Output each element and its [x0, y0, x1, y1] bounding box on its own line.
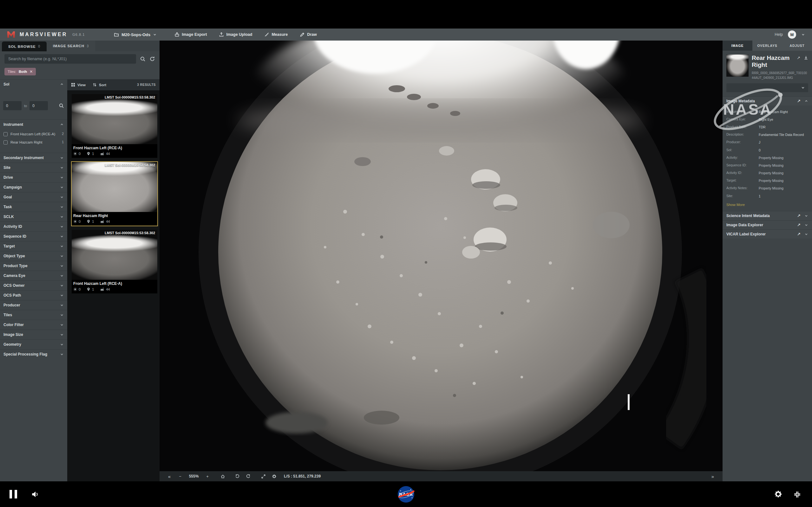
cursor-coordinates: L/S : 51.851, 279.239 — [284, 474, 321, 478]
chevron-down-icon — [804, 232, 808, 236]
open-external-icon[interactable]: ↗ — [797, 213, 801, 218]
detail-tab[interactable]: OVERLAYS — [752, 41, 782, 51]
chevron-down-icon — [60, 205, 64, 209]
sol-from-input[interactable] — [3, 101, 21, 110]
filename-search-input[interactable] — [4, 54, 136, 64]
image-metadata-section-header[interactable]: Image Metadata ↗ — [722, 96, 812, 106]
filter-chip-tiles[interactable]: Tiles: Both ✕ — [4, 68, 36, 75]
filter-section-row[interactable]: Campaign — [0, 182, 67, 192]
player-settings-gear-icon[interactable] — [774, 490, 782, 500]
zoom-in-button[interactable]: + — [202, 471, 213, 481]
search-tab[interactable]: SOL BROWSE 0 — [2, 42, 47, 51]
instrument-checkbox-option[interactable]: Front Hazcam Left (RCE-A) 2 — [3, 132, 64, 136]
rotate-cw-button[interactable] — [243, 471, 253, 481]
filter-section-row[interactable]: Camera Eye — [0, 271, 67, 280]
exit-fullscreen-icon[interactable] — [793, 491, 801, 500]
chevron-down-icon — [60, 274, 64, 278]
filter-section-row[interactable]: Color Filter — [0, 320, 67, 330]
viewer-toolbar: « − 555% + — [159, 471, 722, 481]
filter-section-instrument[interactable]: Instrument — [0, 119, 67, 129]
toolbar-action-button[interactable]: Measure — [264, 32, 288, 37]
chevron-down-icon — [60, 264, 64, 268]
filter-section-row[interactable]: Object Type — [0, 251, 67, 261]
filter-section-row[interactable]: Task — [0, 202, 67, 212]
explorer-section-header[interactable]: VICAR Label Explorer ↗ — [722, 229, 812, 239]
chevron-up-icon — [60, 82, 64, 86]
filter-section-row[interactable]: OCS Owner — [0, 280, 67, 290]
download-icon[interactable] — [804, 55, 808, 60]
filter-section-row[interactable]: Goal — [0, 192, 67, 202]
filter-section-row[interactable]: Secondary Instrument — [0, 153, 67, 163]
chevron-down-icon — [60, 333, 64, 337]
chevron-down-icon — [60, 156, 64, 160]
toolbar-action-button[interactable]: Image Upload — [219, 32, 252, 37]
chevron-down-icon — [60, 323, 64, 327]
user-avatar[interactable]: M — [788, 31, 796, 39]
open-external-icon[interactable]: ↗ — [797, 222, 801, 227]
product-select-dropdown[interactable] — [726, 83, 808, 92]
filter-section-row[interactable]: Geometry — [0, 339, 67, 349]
open-external-icon[interactable]: ↗ — [797, 232, 801, 236]
home-view-button[interactable] — [217, 471, 228, 481]
video-frame: MARSVIEWER G6.8.1 M20-Sops-Ods Image Exp… — [0, 0, 812, 507]
account-chevron-down-icon[interactable] — [801, 33, 805, 37]
checkbox-icon[interactable] — [3, 132, 8, 136]
image-viewer-canvas[interactable]: « − 555% + — [159, 41, 722, 481]
filter-section-row[interactable]: Drive — [0, 172, 67, 182]
chevron-down-icon — [60, 244, 64, 248]
chevron-down-icon — [804, 214, 808, 218]
search-icon[interactable] — [140, 56, 146, 62]
filter-section-row[interactable]: Image Size — [0, 330, 67, 339]
filter-section-row[interactable]: Tiles — [0, 310, 67, 320]
filter-section-row[interactable]: SCLK — [0, 212, 67, 222]
toolbar-action-button[interactable]: Draw — [300, 32, 317, 37]
explorer-section-header[interactable]: Image Data Explorer ↗ — [722, 220, 812, 229]
filter-section-sol[interactable]: Sol — [0, 79, 67, 89]
volume-icon[interactable] — [31, 490, 39, 500]
search-tab[interactable]: IMAGE SEARCH 3 — [47, 41, 95, 51]
open-external-icon[interactable]: ↗ — [797, 55, 800, 60]
filter-section-row[interactable]: Producer — [0, 300, 67, 310]
result-thumbnail-card[interactable]: LMST Sol-00000M15:53:58.302 Rear Hazcam … — [72, 162, 157, 226]
sort-button[interactable]: Sort — [93, 83, 106, 87]
filter-section-row[interactable]: Product Type — [0, 261, 67, 271]
chip-close-icon[interactable]: ✕ — [30, 69, 33, 74]
viewer-settings-gear-icon[interactable] — [269, 471, 280, 481]
zoom-out-button[interactable]: − — [175, 471, 186, 481]
search-pane: SOL BROWSE 0 IMAGE SEARCH 3 — [0, 41, 159, 481]
pause-button[interactable] — [9, 490, 17, 498]
filter-section-row[interactable]: Target — [0, 241, 67, 251]
help-link[interactable]: Help — [774, 32, 783, 37]
metadata-row: Activity Notes: Property Missing — [726, 186, 808, 190]
detail-tab[interactable]: ADJUST — [782, 41, 812, 51]
filter-section-row[interactable]: Site — [0, 163, 67, 172]
result-thumbnail-card[interactable]: LMST Sol-00000M15:53:58.302 Front Hazcam… — [72, 230, 157, 293]
sol-to-input[interactable] — [30, 101, 48, 110]
refresh-icon[interactable] — [149, 56, 155, 62]
result-thumbnail-card[interactable]: LMST Sol-00000M15:53:58.302 Front Hazcam… — [72, 94, 157, 158]
chevron-down-icon — [60, 352, 64, 356]
filter-section-row[interactable]: Activity ID — [0, 222, 67, 231]
workspace-selector[interactable]: M20-Sops-Ods — [114, 32, 157, 37]
filter-section-row[interactable]: Special Processing Flag — [0, 349, 67, 359]
view-mode-button[interactable]: View — [71, 83, 86, 87]
metadata-row: Description: Fundamental Tile Data Recor… — [726, 132, 808, 137]
chevron-down-icon — [60, 215, 64, 219]
explorer-section-header[interactable]: Science Intent Metadata ↗ — [722, 211, 812, 220]
instrument-checkbox-option[interactable]: Rear Hazcam Right 1 — [3, 140, 64, 145]
thumbnail-timestamp: LMST Sol-00000M15:53:58.302 — [105, 163, 155, 167]
expand-panel-icon[interactable]: » — [707, 471, 718, 481]
collapse-panel-icon[interactable]: « — [164, 471, 175, 481]
toolbar-action-button[interactable]: Image Export — [174, 32, 207, 37]
sol-search-icon[interactable] — [59, 103, 64, 108]
rotate-ccw-button[interactable] — [232, 471, 243, 481]
show-more-link[interactable]: Show More — [726, 203, 808, 207]
filter-section-row[interactable]: Sequence ID — [0, 231, 67, 241]
open-external-icon[interactable]: ↗ — [797, 99, 801, 103]
selected-image-thumbnail[interactable] — [726, 55, 749, 77]
filter-section-row[interactable]: OCS Path — [0, 290, 67, 300]
chevron-down-icon — [60, 303, 64, 307]
checkbox-icon[interactable] — [3, 140, 8, 145]
detail-tab[interactable]: IMAGE — [722, 41, 752, 51]
fit-to-screen-button[interactable] — [258, 471, 269, 481]
